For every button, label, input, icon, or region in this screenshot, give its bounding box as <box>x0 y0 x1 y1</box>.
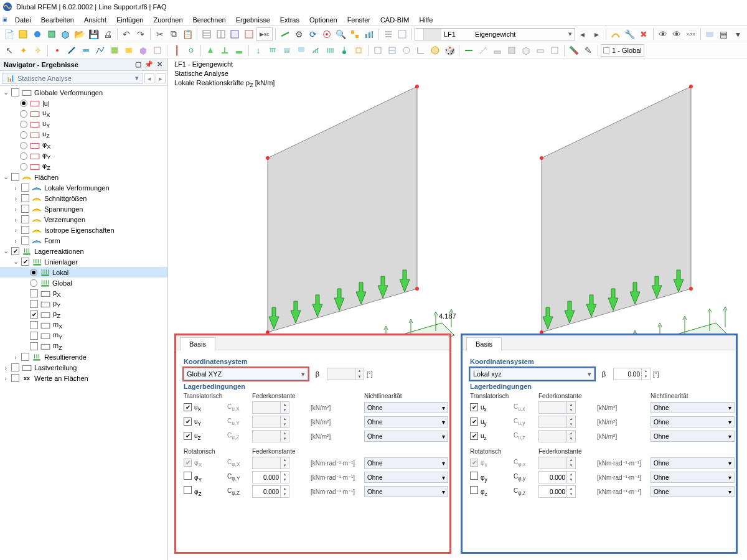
tb-table3-icon[interactable] <box>228 27 242 41</box>
tb2-load1-icon[interactable]: ↓ <box>251 44 265 57</box>
cb-uy[interactable]: uY <box>184 418 227 427</box>
cb-ux-l[interactable]: ux <box>470 403 514 413</box>
tb-globe-icon[interactable]: ⦿ <box>321 27 334 41</box>
nl-phy[interactable]: Ohne▾ <box>364 472 448 483</box>
tb2-open-icon[interactable] <box>151 44 164 57</box>
tb2-sphere-icon[interactable] <box>428 44 442 57</box>
tb-more-icon[interactable]: ▤ <box>717 27 731 41</box>
tree-werte[interactable]: ›xxWerte an Flächen <box>0 373 167 383</box>
tb2-mesh2-icon[interactable] <box>491 44 504 57</box>
coord-combo-global[interactable]: Global XYZ▾ <box>184 368 308 380</box>
tree-lv[interactable]: ›Lokale Verformungen <box>0 182 167 193</box>
tb-pin-icon[interactable]: ✖ <box>637 27 651 41</box>
tree-global-deform[interactable]: ⌄ Globale Verformungen <box>0 87 167 98</box>
tb2-wire-icon[interactable] <box>462 44 476 57</box>
menu-zuordnen[interactable]: Zuordnen <box>148 14 187 26</box>
analysis-filter[interactable]: 📊 Statische Analyse ▾ <box>2 73 143 84</box>
tb2-mesh1-icon[interactable] <box>476 44 490 57</box>
tb-open-icon[interactable]: 📂 <box>73 27 87 41</box>
viewport[interactable]: LF1 - Eigengewicht Statische Analyse Lok… <box>168 58 747 560</box>
nl-phx[interactable]: Ohne▾ <box>364 457 448 469</box>
beta-input[interactable]: ▲▼ <box>327 368 364 380</box>
tb2-load5-icon[interactable] <box>309 44 322 57</box>
menu-ergebnisse[interactable]: Ergebnisse <box>231 14 275 26</box>
tree-global[interactable]: Global <box>0 278 167 288</box>
tb-cube-icon[interactable] <box>59 27 72 41</box>
menu-datei[interactable]: Datei <box>10 14 36 26</box>
navigator-float-icon[interactable]: ▢ <box>134 60 143 69</box>
tb-stats-icon[interactable] <box>362 27 376 41</box>
tb2-load3-icon[interactable] <box>280 44 294 57</box>
tb2-line-icon[interactable] <box>65 44 78 57</box>
menu-einfuegen[interactable]: Einfügen <box>111 14 148 26</box>
tree-uz[interactable]: uZ <box>0 129 167 140</box>
tb-refresh-icon[interactable]: ⟳ <box>306 27 320 41</box>
beta-input-2[interactable]: 0.00▲▼ <box>613 368 651 380</box>
menu-extras[interactable]: Extras <box>275 14 304 26</box>
tb-xxx-icon[interactable]: x.xx <box>684 27 698 41</box>
tb-cut-icon[interactable]: ✂ <box>153 27 167 41</box>
nl-uz-l[interactable]: Ohne▾ <box>651 431 735 442</box>
cb-phy[interactable]: φY <box>184 472 227 483</box>
menu-cadbim[interactable]: CAD-BIM <box>375 14 414 26</box>
tree-uy[interactable]: uY <box>0 119 167 129</box>
tree-u[interactable]: |u| <box>0 98 167 108</box>
tb-res2-icon[interactable]: 🔧 <box>623 27 637 41</box>
tree-phz[interactable]: φZ <box>0 161 167 172</box>
tb2-color-icon[interactable] <box>567 44 581 57</box>
tb-search-icon[interactable]: 🔍 <box>334 27 348 41</box>
nl-ux[interactable]: Ohne▾ <box>364 402 448 413</box>
tb-eye1-icon[interactable]: 👁 <box>656 27 670 41</box>
tb2-mesh4-icon[interactable] <box>519 44 533 57</box>
tree-my[interactable]: mY <box>0 330 167 341</box>
tree-py[interactable]: pY <box>0 299 167 309</box>
tb2-node-icon[interactable] <box>50 44 64 57</box>
nav-next-icon[interactable]: ▸ <box>156 73 166 83</box>
cb-uz[interactable]: uZ <box>184 432 227 441</box>
nl-ux-l[interactable]: Ohne▾ <box>651 402 735 413</box>
navigator-close-icon[interactable]: ✕ <box>155 60 164 69</box>
cb-phx-l[interactable]: φx <box>470 459 514 468</box>
tb2-sup2-icon[interactable] <box>218 44 232 57</box>
tree-phx[interactable]: φX <box>0 140 167 151</box>
cb-ux[interactable]: uX <box>184 403 227 413</box>
tb2-poly-icon[interactable] <box>93 44 107 57</box>
tree-sg[interactable]: ›Schnittgrößen <box>0 193 167 203</box>
load-case-selector[interactable]: LF1 Eigengewicht ▾ <box>415 28 575 40</box>
tb-new-icon[interactable]: 📄 <box>2 27 16 41</box>
tb-tree-icon[interactable] <box>349 27 362 41</box>
tree-sp[interactable]: ›Spannungen <box>0 203 167 214</box>
tb-script-icon[interactable]: ▶sc <box>256 27 273 41</box>
spring-phz[interactable]: 0.000▲▼ <box>252 485 289 498</box>
tree-result[interactable]: ›Resultierende <box>0 352 167 362</box>
tb2-mesh6-icon[interactable] <box>548 44 561 57</box>
tb2-mesh5-icon[interactable] <box>533 44 547 57</box>
menu-ansicht[interactable]: Ansicht <box>79 14 111 26</box>
tree-phy[interactable]: φY <box>0 151 167 161</box>
tb-dd-icon[interactable]: ▾ <box>731 27 745 41</box>
tb2-sup1-icon[interactable] <box>204 44 217 57</box>
nl-phz[interactable]: Ohne▾ <box>364 486 448 497</box>
tb2-msec-icon[interactable]: ┃ <box>170 44 184 57</box>
tree-vz[interactable]: ›Verzerrungen <box>0 214 167 225</box>
tb-check-icon[interactable] <box>278 27 292 41</box>
menu-bearbeiten[interactable]: Bearbeiten <box>36 14 79 26</box>
tb-prev-icon[interactable]: ◂ <box>576 27 590 41</box>
tb2-surf-icon[interactable] <box>108 44 121 57</box>
tb-paste-icon[interactable]: 📋 <box>181 27 195 41</box>
spring-phy[interactable]: 0.000▲▼ <box>252 471 289 483</box>
tb2-load6-icon[interactable] <box>323 44 337 57</box>
nav-prev-icon[interactable]: ◂ <box>144 73 154 83</box>
tb-model-icon[interactable] <box>31 27 44 41</box>
coord-combo-local[interactable]: Lokal xyz▾ <box>470 368 594 380</box>
tb2-pen-icon[interactable]: ✎ <box>581 44 595 57</box>
tree-lokal[interactable]: Lokal <box>0 267 167 278</box>
tree-flaechen[interactable]: ⌄ Flächen <box>0 172 167 182</box>
tb2-load2-icon[interactable] <box>266 44 280 57</box>
tb-redo-icon[interactable]: ↷ <box>134 27 148 41</box>
cb-phy-l[interactable]: φy <box>470 472 514 483</box>
tb2-load4-icon[interactable] <box>294 44 308 57</box>
tb-block-icon[interactable] <box>45 27 59 41</box>
nl-uy-l[interactable]: Ohne▾ <box>651 416 735 427</box>
tb2-star-icon[interactable]: ✦ <box>17 44 31 57</box>
